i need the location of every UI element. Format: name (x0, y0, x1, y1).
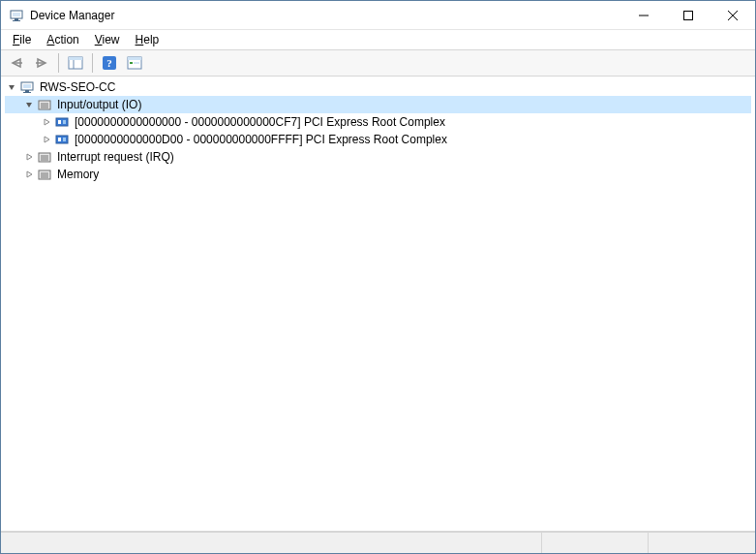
system-device-icon (53, 131, 71, 148)
svg-rect-1 (13, 13, 20, 16)
app-icon (9, 8, 24, 23)
tree-node-label: Memory (55, 168, 101, 181)
computer-icon (18, 78, 36, 96)
tree-node-computer[interactable]: RWS-SEO-CC (5, 78, 751, 96)
toolbar: ? (1, 49, 755, 77)
svg-rect-32 (63, 138, 66, 141)
svg-rect-31 (58, 138, 61, 141)
tree-node-label: [0000000000000D00 - 000000000000FFFF] PC… (73, 133, 449, 146)
toolbar-separator (92, 53, 93, 73)
scan-icon (127, 56, 142, 70)
expander-closed-icon[interactable] (40, 131, 53, 148)
expander-closed-icon[interactable] (40, 113, 53, 131)
arrow-left-icon (9, 57, 24, 69)
expander-open-icon[interactable] (5, 78, 18, 96)
expander-closed-icon[interactable] (22, 166, 36, 183)
arrow-right-icon (34, 57, 49, 69)
svg-rect-5 (684, 12, 693, 20)
statusbar (1, 532, 755, 553)
svg-rect-30 (56, 136, 68, 143)
menu-help[interactable]: Help (128, 32, 167, 47)
help-button[interactable]: ? (98, 52, 121, 74)
menu-file[interactable]: File (5, 32, 39, 47)
show-hide-console-button[interactable] (64, 52, 87, 74)
menubar: File Action View Help (1, 30, 755, 49)
tree-node-label: Interrupt request (IRQ) (55, 150, 176, 164)
minimize-button[interactable] (621, 1, 666, 30)
svg-text:?: ? (106, 57, 112, 69)
expander-open-icon[interactable] (22, 96, 36, 113)
tree-node-memory[interactable]: Memory (5, 166, 751, 183)
resource-category-icon (36, 166, 53, 183)
svg-rect-22 (23, 92, 31, 93)
svg-rect-17 (130, 62, 133, 64)
tree-node-label: [0000000000000000 - 0000000000000CF7] PC… (73, 115, 447, 129)
system-device-icon (53, 113, 71, 131)
scan-hardware-button[interactable] (123, 52, 146, 74)
device-tree[interactable]: RWS-SEO-CC Input/output (IO) [0000000000… (1, 77, 755, 532)
tree-node-irq[interactable]: Interrupt request (IRQ) (5, 148, 751, 166)
expander-closed-icon[interactable] (22, 148, 36, 166)
status-pane-2 (542, 533, 649, 553)
maximize-button[interactable] (666, 1, 711, 30)
svg-rect-29 (63, 120, 66, 124)
svg-rect-3 (13, 20, 20, 21)
tree-node-label: RWS-SEO-CC (38, 80, 117, 94)
toolbar-separator (58, 53, 59, 73)
svg-rect-18 (134, 62, 139, 64)
titlebar: Device Manager (1, 1, 755, 30)
svg-rect-20 (23, 84, 31, 88)
tree-node-io[interactable]: Input/output (IO) (5, 96, 751, 113)
svg-rect-2 (15, 18, 18, 20)
svg-rect-16 (128, 57, 141, 60)
resource-category-icon (36, 96, 53, 113)
window-title: Device Manager (30, 9, 621, 22)
tree-node-io-range-1[interactable]: [0000000000000000 - 0000000000000CF7] PC… (5, 113, 751, 131)
back-button[interactable] (5, 52, 28, 74)
svg-rect-28 (58, 120, 61, 124)
forward-button[interactable] (30, 52, 53, 74)
help-icon: ? (102, 55, 117, 71)
menu-view[interactable]: View (87, 32, 128, 47)
console-tree-icon (68, 56, 83, 70)
svg-rect-21 (25, 90, 29, 92)
status-pane-3 (649, 533, 755, 553)
resource-category-icon (36, 148, 53, 166)
close-button[interactable] (711, 1, 755, 30)
svg-rect-11 (69, 57, 82, 60)
status-pane-main (1, 533, 542, 553)
tree-node-label: Input/output (IO) (55, 98, 143, 111)
svg-rect-27 (56, 118, 68, 126)
tree-node-io-range-2[interactable]: [0000000000000D00 - 000000000000FFFF] PC… (5, 131, 751, 148)
menu-action[interactable]: Action (39, 32, 86, 47)
window-controls (621, 1, 755, 29)
